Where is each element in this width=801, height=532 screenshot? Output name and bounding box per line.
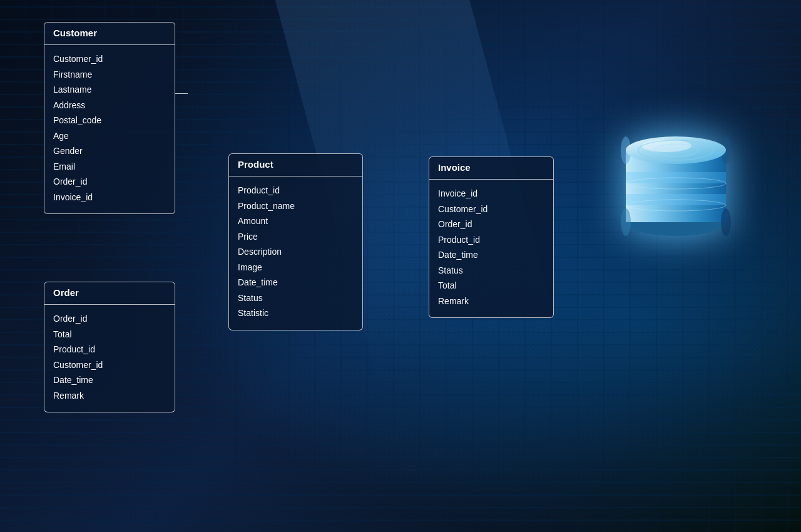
field-status-p: Status [238, 290, 354, 306]
field-firstname: Firstname [53, 67, 166, 83]
field-order-id-o: Order_id [53, 311, 166, 327]
field-email: Email [53, 159, 166, 175]
field-postal-code: Postal_code [53, 113, 166, 128]
database-icon [607, 100, 745, 250]
field-total-o: Total [53, 327, 166, 342]
field-image: Image [238, 260, 354, 275]
invoice-entity: Invoice Invoice_id Customer_id Order_id … [429, 156, 554, 318]
field-remark-o: Remark [53, 388, 166, 404]
field-product-name: Product_name [238, 198, 354, 214]
product-title: Product [229, 154, 362, 176]
field-age: Age [53, 128, 166, 144]
invoice-title: Invoice [429, 157, 553, 180]
svg-point-16 [621, 208, 631, 236]
field-price: Price [238, 229, 354, 245]
field-customer-id-o: Customer_id [53, 357, 166, 373]
field-product-id-p: Product_id [238, 183, 354, 198]
field-datetime-p: Date_time [238, 275, 354, 290]
field-address: Address [53, 98, 166, 113]
field-remark-i: Remark [438, 294, 544, 309]
field-datetime-i: Date_time [438, 247, 544, 263]
field-status-i: Status [438, 263, 544, 279]
field-amount: Amount [238, 213, 354, 229]
product-entity: Product Product_id Product_name Amount P… [228, 153, 363, 330]
field-order-id-i: Order_id [438, 217, 544, 232]
field-product-id-i: Product_id [438, 232, 544, 248]
field-datetime-o: Date_time [53, 372, 166, 388]
field-invoice-id-i: Invoice_id [438, 186, 544, 202]
field-customer-id-i: Customer_id [438, 202, 544, 217]
order-entity: Order Order_id Total Product_id Customer… [44, 282, 175, 412]
invoice-fields: Invoice_id Customer_id Order_id Product_… [429, 180, 553, 317]
field-product-id-o: Product_id [53, 342, 166, 357]
field-gender: Gender [53, 143, 166, 159]
field-invoice-id: Invoice_id [53, 190, 166, 205]
order-title: Order [44, 282, 175, 305]
field-lastname: Lastname [53, 82, 166, 98]
field-description: Description [238, 244, 354, 260]
order-fields: Order_id Total Product_id Customer_id Da… [44, 305, 175, 412]
product-fields: Product_id Product_name Amount Price Des… [229, 176, 362, 330]
field-total-i: Total [438, 278, 544, 294]
field-order-id: Order_id [53, 174, 166, 190]
field-customer-id: Customer_id [53, 51, 166, 67]
customer-entity: Customer Customer_id Firstname Lastname … [44, 22, 175, 214]
svg-point-17 [721, 208, 731, 236]
field-statistic: Statistic [238, 305, 354, 321]
customer-fields: Customer_id Firstname Lastname Address P… [44, 45, 175, 213]
customer-title: Customer [44, 23, 175, 45]
svg-point-19 [641, 140, 691, 152]
